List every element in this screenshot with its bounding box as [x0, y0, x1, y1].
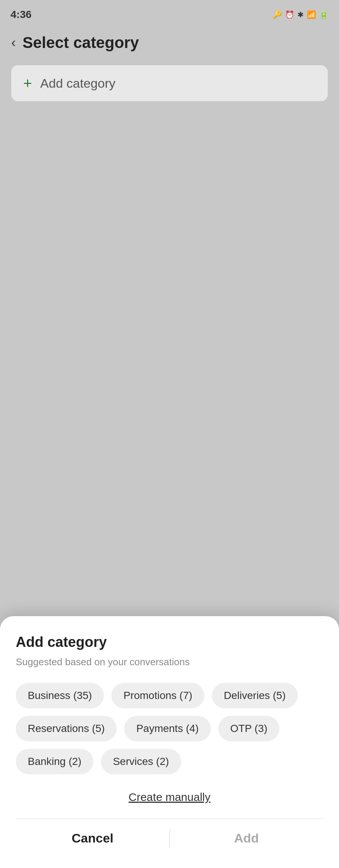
- chip-deliveries[interactable]: Deliveries (5): [212, 683, 298, 708]
- sheet-divider: [16, 819, 323, 819]
- bluetooth-icon: ✱: [297, 10, 304, 19]
- page-header: ‹ Select category: [11, 34, 328, 52]
- add-button[interactable]: Add: [170, 823, 324, 853]
- chip-otp[interactable]: OTP (3): [218, 716, 279, 741]
- sheet-subtitle: Suggested based on your conversations: [16, 656, 323, 668]
- battery-icon: 🔋: [319, 10, 328, 19]
- status-bar: 4:36 🔑 ⏰ ✱ 📶 🔋: [0, 0, 339, 26]
- chip-promotions[interactable]: Promotions (7): [111, 683, 204, 708]
- key-icon: 🔑: [273, 10, 282, 19]
- chips-container: Business (35)Promotions (7)Deliveries (5…: [16, 683, 323, 774]
- sheet-actions: Cancel Add: [16, 823, 323, 853]
- status-icons: 🔑 ⏰ ✱ 📶 🔋: [273, 10, 328, 19]
- chip-reservations[interactable]: Reservations (5): [16, 716, 117, 741]
- chip-banking[interactable]: Banking (2): [16, 749, 93, 774]
- alarm-icon: ⏰: [285, 10, 294, 19]
- bottom-sheet: Add category Suggested based on your con…: [0, 616, 339, 868]
- status-time: 4:36: [10, 9, 32, 21]
- cancel-button[interactable]: Cancel: [16, 823, 170, 853]
- page-title: Select category: [22, 34, 139, 52]
- wifi-icon: 📶: [307, 10, 316, 19]
- create-manually-button[interactable]: Create manually: [16, 791, 323, 804]
- sheet-title: Add category: [16, 634, 323, 650]
- chip-business[interactable]: Business (35): [16, 683, 104, 708]
- back-button[interactable]: ‹: [11, 36, 16, 49]
- plus-icon: +: [23, 76, 32, 91]
- chip-services[interactable]: Services (2): [101, 749, 181, 774]
- add-category-label: Add category: [40, 76, 115, 91]
- add-category-button[interactable]: + Add category: [11, 65, 328, 101]
- chip-payments[interactable]: Payments (4): [124, 716, 211, 741]
- main-content: ‹ Select category + Add category: [0, 26, 339, 109]
